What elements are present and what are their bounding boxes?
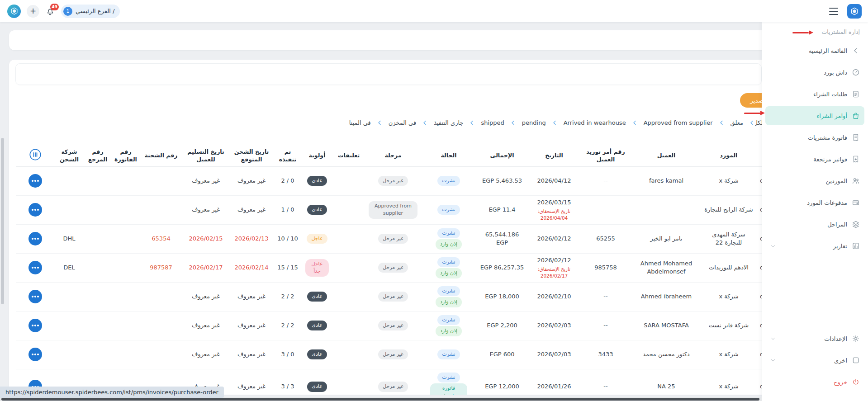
topbar: + 49 1 الفرع الرئيسي / (0, 0, 868, 22)
date-cell: 2026/04/12 (527, 166, 581, 195)
row-actions-button[interactable] (28, 348, 42, 361)
branch-count-badge: 1 (63, 7, 72, 16)
stage-badge: Approved from supplier (369, 201, 417, 219)
chevron-separator-icon (376, 119, 383, 126)
vertical-scrollbar[interactable] (1, 138, 4, 304)
table-body: deشركة xfares kamal--2026/04/12EGP 5,463… (16, 166, 762, 395)
app-logo[interactable] (7, 5, 21, 18)
stage-badge: غير مرحل (378, 321, 408, 331)
reports-icon (852, 242, 860, 250)
row-actions-button[interactable] (28, 232, 42, 245)
date-cell: 2026/01/26 (527, 369, 581, 395)
comments-cell (332, 166, 365, 195)
invoice-no-cell (111, 311, 140, 340)
sidebar-item[interactable]: تقارير (765, 236, 864, 255)
row-actions-button[interactable] (28, 203, 42, 217)
stage-cell: غير مرحل (365, 282, 421, 311)
status-badge: إذن وارد (436, 268, 462, 278)
status-badge: نشرت (437, 286, 460, 297)
sidebar-item[interactable]: الموردين (765, 171, 864, 190)
status-tab[interactable]: معلق (725, 117, 749, 129)
priority-cell: عادى (302, 195, 332, 224)
sidebar-item[interactable]: داش بورد (765, 63, 864, 82)
sidebar-item[interactable]: القائمة الرئيسية (765, 41, 864, 60)
actions-cell (16, 224, 54, 253)
shipping-company-cell (54, 195, 84, 224)
sidebar-item[interactable]: أوامر الشراء (765, 106, 864, 125)
row-actions-button[interactable] (28, 261, 42, 274)
sidebar-item[interactable]: اخرى (765, 351, 864, 370)
breadcrumb-label: الفرع الرئيسي / (76, 8, 114, 14)
shipping-company-cell (54, 166, 84, 195)
date-cell: 2026/02/12 (527, 224, 581, 253)
stage-badge: غير مرحل (378, 382, 408, 392)
status-tab[interactable]: فى المخزن (383, 117, 422, 129)
client-delivery-date-cell: غير معروف (182, 166, 230, 195)
status-tab[interactable]: جارى التنفيذ (428, 117, 469, 129)
breadcrumb[interactable]: 1 الفرع الرئيسي / (61, 5, 120, 18)
shipment-no-cell (140, 340, 182, 369)
row-actions-button[interactable] (28, 290, 42, 303)
filter-bar[interactable] (15, 63, 762, 85)
sidebar-item[interactable]: خروج (765, 373, 864, 392)
invoice-no-cell (111, 224, 140, 253)
client-cell: دكتور محسن محمد (631, 340, 702, 369)
shipment-no-cell: 987587 (140, 253, 182, 282)
sidebar-item[interactable]: فاتورة مشتريات (765, 128, 864, 147)
status-tab[interactable]: Arrived in wearhouse (558, 117, 631, 129)
reference-no-cell (84, 224, 111, 253)
priority-badge: عاجل جداً (305, 259, 329, 277)
supplier-payments-icon (852, 198, 860, 207)
status-tab[interactable]: shipped (475, 117, 509, 129)
sidebar-item[interactable]: مدفوعات المورد (765, 193, 864, 212)
export-button[interactable]: تصدير (740, 93, 762, 108)
status-cell: نشرتفاتورة مشتريات (421, 369, 477, 395)
menu-icon[interactable] (827, 5, 840, 18)
add-button[interactable]: + (27, 5, 39, 18)
chevron-separator-icon (422, 119, 428, 126)
horizontal-scrollbar[interactable] (0, 397, 762, 401)
edge-clipped-cell: de (755, 195, 762, 224)
sidebar-item[interactable]: فواتير مرتجعة (765, 150, 864, 169)
chevron-separator-icon (631, 119, 638, 126)
status-tab[interactable]: فى المينا (344, 117, 376, 129)
sidebar-item[interactable]: المراحل (765, 215, 864, 234)
executed-cell: 0 / 1 (273, 195, 302, 224)
priority-badge: عادى (307, 382, 327, 392)
date-cell: 2026/02/10 (527, 282, 581, 311)
sidebar-item[interactable]: طلبات الشراء (765, 85, 864, 104)
table-header-row: الموردالعميلرقم أمر توريد العميلالتاريخا… (16, 146, 762, 166)
row-actions-button[interactable] (28, 319, 42, 332)
column-header (755, 146, 762, 166)
status-tab[interactable]: الكل (755, 117, 762, 129)
stage-cell: غير مرحل (365, 166, 421, 195)
status-badge: نشرت (437, 205, 460, 215)
sidebar-item-label: أوامر الشراء (816, 113, 847, 119)
logout-icon (852, 378, 860, 386)
client-order-no-cell: 65255 (581, 224, 631, 253)
client-order-no-cell: -- (581, 166, 631, 195)
status-tab[interactable]: pending (517, 117, 551, 129)
sidebar-menu: القائمة الرئيسيةداش بوردطلبات الشراءأوام… (762, 40, 868, 257)
columns-icon[interactable] (29, 148, 42, 161)
brand-icon (850, 7, 859, 16)
column-header: مرحلة (365, 146, 421, 166)
supplier-cell: شركة المهدى للتجارة 22 (702, 224, 755, 253)
status-tab[interactable]: Approved from supplier (638, 117, 718, 129)
row-actions-button[interactable] (28, 174, 42, 188)
sidebar-item[interactable]: الإعدادات (765, 329, 864, 348)
chevron-left-icon (852, 47, 860, 55)
total-cell: 65,544.186 EGP (477, 224, 527, 253)
actions-cell (16, 282, 54, 311)
stage-cell: غير مرحل (365, 224, 421, 253)
orders-table-wrap: الموردالعميلرقم أمر توريد العميلالتاريخا… (9, 146, 762, 395)
status-badge: نشرت (437, 315, 460, 326)
expected-ship-date-cell: غير معروف (230, 340, 273, 369)
horizontal-scrollbar-thumb[interactable] (1, 398, 759, 401)
invoice-no-cell (111, 195, 140, 224)
column-header-actions (16, 146, 54, 166)
client-delivery-date-cell: غير معروف (182, 311, 230, 340)
notifications-button[interactable]: 49 (45, 6, 55, 16)
client-cell: NA 25 (631, 369, 702, 395)
executed-cell: 0 / 3 (273, 340, 302, 369)
